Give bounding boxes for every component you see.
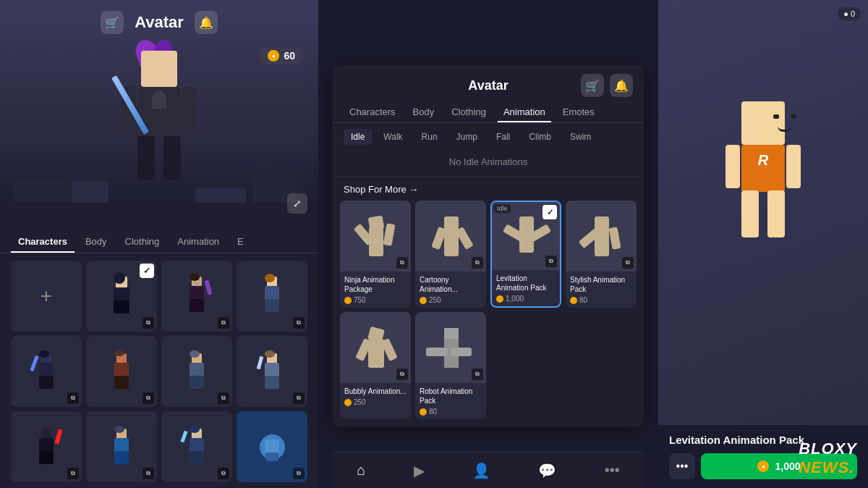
left-avatar-title: Avatar bbox=[135, 13, 184, 32]
character-cell-11[interactable]: ⧉ bbox=[237, 411, 307, 482]
anim-tab-walk[interactable]: Walk bbox=[376, 129, 409, 145]
ninja-price-coin bbox=[344, 297, 352, 304]
bubbly-name: Bubbly Animation... bbox=[344, 387, 407, 396]
character-cell-10[interactable]: ⧉ bbox=[161, 411, 232, 482]
tab-extra[interactable]: E bbox=[230, 232, 251, 253]
roblox-character: R bbox=[720, 101, 807, 246]
mid-tab-body[interactable]: Body bbox=[407, 103, 441, 122]
character-cell-4[interactable]: ⧉ bbox=[11, 336, 82, 407]
middle-bell-icon[interactable]: 🔔 bbox=[610, 74, 633, 97]
character-cell-8[interactable]: ⧉ bbox=[11, 411, 82, 482]
buy-price: 1,000 bbox=[775, 460, 800, 472]
stylish-name: Stylish Animation Pack bbox=[570, 275, 632, 294]
shop-item-robot[interactable]: ⧉ Robot Animation Pack 80 bbox=[415, 312, 486, 419]
coins-badge: ● 60 bbox=[259, 47, 304, 64]
shop-item-bubbly-img: ⧉ bbox=[340, 312, 411, 383]
coin-icon: ● bbox=[268, 50, 279, 62]
mid-tab-emotes[interactable]: Emotes bbox=[557, 103, 600, 122]
bloxy-watermark: BLOXY NEWS. bbox=[799, 439, 857, 477]
shop-item-stylish-img: ⧉ bbox=[566, 201, 637, 272]
bubbly-price-value: 250 bbox=[354, 398, 366, 406]
shop-item-cartoony[interactable]: ⧉ Cartoony Animation... 250 bbox=[415, 201, 486, 308]
anim-tab-idle[interactable]: Idle bbox=[344, 129, 372, 145]
tab-body[interactable]: Body bbox=[78, 232, 114, 253]
character-cell-5[interactable]: ⧉ bbox=[86, 336, 157, 407]
more-options-button[interactable]: ••• bbox=[669, 453, 695, 479]
shop-item-robot-img: ⧉ bbox=[415, 312, 486, 383]
tab-characters[interactable]: Characters bbox=[11, 232, 75, 253]
anim-tab-jump[interactable]: Jump bbox=[449, 129, 485, 145]
rox-right-arm bbox=[786, 145, 801, 188]
coins-value: 60 bbox=[284, 50, 295, 62]
levitation-copy-icon: ⧉ bbox=[545, 256, 557, 267]
nav-avatar-icon[interactable]: 👤 bbox=[467, 456, 496, 485]
tab-clothing[interactable]: Clothing bbox=[118, 232, 167, 253]
character-cell-9[interactable]: ⧉ bbox=[86, 411, 157, 482]
mid-tab-clothing[interactable]: Clothing bbox=[446, 103, 492, 122]
anim-tab-fall[interactable]: Fall bbox=[489, 129, 517, 145]
cart-icon[interactable]: 🛒 bbox=[101, 11, 124, 34]
rox-right-eye bbox=[791, 114, 796, 119]
nav-play-icon[interactable]: ▶ bbox=[408, 456, 430, 485]
bubbly-copy-icon: ⧉ bbox=[396, 369, 408, 380]
shop-item-stylish[interactable]: ⧉ Stylish Animation Pack 80 bbox=[566, 201, 637, 308]
copy-icon-7: ⧉ bbox=[293, 392, 305, 404]
rox-left-arm bbox=[726, 145, 740, 188]
bubbly-price: 250 bbox=[344, 398, 407, 406]
cartoony-price-value: 250 bbox=[429, 296, 441, 304]
anim-tab-run[interactable]: Run bbox=[414, 129, 445, 145]
nav-chat-icon[interactable]: 💬 bbox=[532, 456, 562, 485]
shop-item-ninja-img: ⧉ bbox=[340, 201, 411, 272]
middle-title: Avatar bbox=[468, 78, 508, 93]
character-cell-3[interactable]: ⧉ bbox=[237, 261, 307, 332]
character-cell-6[interactable]: ⧉ bbox=[161, 336, 232, 407]
character-cell-1[interactable]: ⧉ bbox=[86, 261, 157, 332]
anim-tab-climb[interactable]: Climb bbox=[522, 129, 558, 145]
char-left-leg bbox=[137, 136, 155, 180]
copy-icon-5: ⧉ bbox=[142, 392, 154, 404]
buy-coin-icon: ● bbox=[757, 460, 769, 472]
rox-body: R bbox=[741, 145, 785, 192]
expand-button[interactable]: ⤢ bbox=[287, 193, 307, 214]
cartoony-price-coin bbox=[420, 297, 427, 304]
nav-home-icon[interactable]: ⌂ bbox=[351, 456, 371, 484]
shop-item-bubbly[interactable]: ⧉ Bubbly Animation... 250 bbox=[340, 312, 411, 419]
stylish-price: 80 bbox=[570, 296, 632, 304]
tab-animation[interactable]: Animation bbox=[170, 232, 226, 253]
shop-item-levitation[interactable]: Idle ✓ ⧉ Levitation Animation Pack 1,000 bbox=[490, 201, 561, 308]
char-right-arm bbox=[182, 87, 197, 134]
mid-tab-animation[interactable]: Animation bbox=[498, 103, 551, 122]
middle-cart-icon[interactable]: 🛒 bbox=[581, 74, 604, 97]
copy-icon-3: ⧉ bbox=[293, 317, 305, 329]
shop-header: Shop For More → bbox=[333, 176, 644, 201]
shop-item-bubbly-info: Bubbly Animation... 250 bbox=[340, 383, 411, 410]
robot-price-value: 80 bbox=[429, 408, 437, 416]
add-character-button[interactable]: + bbox=[11, 261, 82, 332]
nav-more-icon[interactable]: ••• bbox=[599, 456, 626, 484]
left-nav-tabs: Characters Body Clothing Animation E bbox=[0, 224, 318, 253]
stylish-price-coin bbox=[570, 297, 577, 304]
avatar-scene: 🛒 Avatar 🔔 ● 60 ⤢ bbox=[0, 0, 318, 224]
shop-more-link[interactable]: Shop For More → bbox=[344, 184, 418, 195]
shop-grid: ⧉ Ninja Animation Package 750 ⧉ bbox=[333, 201, 644, 426]
char-head bbox=[141, 51, 177, 87]
avatar-character bbox=[101, 51, 217, 210]
shop-item-cartoony-img: ⧉ bbox=[415, 201, 486, 272]
shop-item-ninja[interactable]: ⧉ Ninja Animation Package 750 bbox=[340, 201, 411, 308]
bloxy-news-dot: NEWS. bbox=[799, 458, 854, 476]
anim-tab-swim[interactable]: Swim bbox=[563, 129, 598, 145]
ninja-price: 750 bbox=[344, 296, 407, 304]
bottom-navigation: ⌂ ▶ 👤 💬 ••• bbox=[333, 452, 644, 488]
right-panel: ● 0 R Levitation Animation Pack ••• bbox=[658, 0, 868, 488]
bell-icon[interactable]: 🔔 bbox=[195, 11, 218, 34]
character-cell-2[interactable]: ⧉ bbox=[161, 261, 232, 332]
levitation-price-coin bbox=[496, 295, 503, 303]
copy-icon-11: ⧉ bbox=[293, 468, 305, 479]
shop-item-robot-info: Robot Animation Pack 80 bbox=[415, 383, 486, 419]
left-panel: 🛒 Avatar 🔔 ● 60 ⤢ Characters Body Clothi… bbox=[0, 0, 318, 488]
mid-tab-characters[interactable]: Characters bbox=[344, 103, 401, 122]
copy-icon: ⧉ bbox=[142, 317, 154, 329]
bloxy-text: BLOXY bbox=[799, 439, 857, 458]
character-cell-7[interactable]: ⧉ bbox=[237, 336, 307, 407]
robot-name: Robot Animation Pack bbox=[420, 387, 482, 405]
